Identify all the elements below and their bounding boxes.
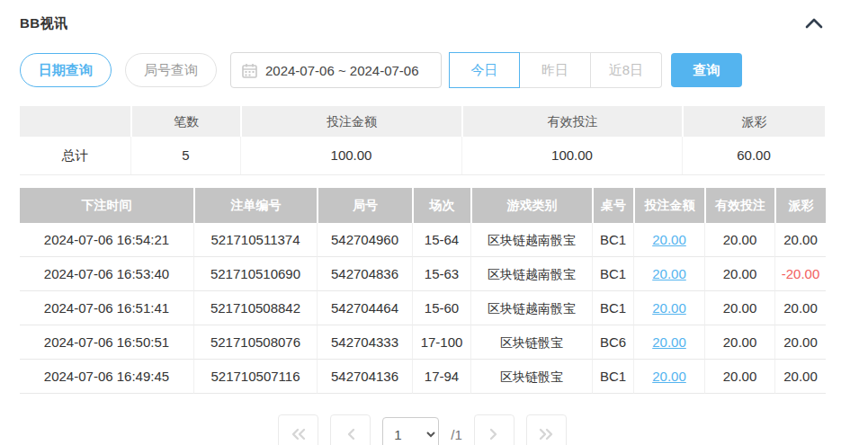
page-total-label: /1: [451, 427, 462, 442]
round-query-tab[interactable]: 局号查询: [125, 53, 217, 87]
cell-valid-bet: 20.00: [704, 291, 774, 325]
quick-range-button[interactable]: 近8日: [591, 52, 662, 88]
double-chevron-right-icon: [538, 428, 554, 441]
pagination: 1 /1: [20, 414, 825, 445]
collapse-panel-button[interactable]: [803, 13, 825, 34]
cell-game-type: 区块链骰宝: [470, 325, 592, 360]
cell-payout: 20.00: [783, 232, 818, 247]
next-page-button[interactable]: [474, 414, 515, 445]
cell-order-no: 521710510690: [193, 257, 317, 291]
cell-session: 15-63: [412, 257, 470, 291]
bet-records-header: 下注时间 注单编号 局号 场次 游戏类别 桌号 投注金额 有效投注 派彩: [20, 188, 826, 223]
cell-round-no: 542704464: [317, 291, 412, 325]
cell-game-type: 区块链越南骰宝: [470, 223, 592, 257]
summary-header-count: 笔数: [130, 106, 240, 137]
page-number-select[interactable]: 1: [382, 417, 439, 445]
prev-page-button[interactable]: [330, 414, 371, 445]
header-valid-bet: 有效投注: [704, 188, 774, 223]
table-row: 2024-07-06 16:49:45 521710507116 5427041…: [20, 360, 826, 394]
date-range-value: 2024-07-06 ~ 2024-07-06: [265, 63, 419, 78]
cell-game-type: 区块链骰宝: [470, 360, 592, 394]
filter-bar: 日期查询 局号查询 2024-07-06 ~ 2024-07-06 今日 昨日 …: [20, 52, 868, 88]
summary-table: 笔数 投注金额 有效投注 派彩 总计 5 100.00 100.00 60.00: [20, 106, 825, 175]
cell-valid-bet: 20.00: [704, 223, 774, 257]
cell-round-no: 542704836: [317, 257, 412, 291]
cell-order-no: 521710508076: [193, 325, 317, 360]
table-row: 2024-07-06 16:54:21 521710511374 5427049…: [20, 223, 826, 257]
table-row: 2024-07-06 16:53:40 521710510690 5427048…: [20, 257, 826, 291]
header-payout: 派彩: [774, 188, 826, 223]
cell-round-no: 542704136: [317, 360, 412, 394]
cell-payout: 20.00: [783, 300, 818, 316]
calendar-icon: [242, 63, 257, 78]
cell-table-no: BC1: [592, 223, 633, 257]
bet-amount-link[interactable]: 20.00: [652, 369, 686, 384]
quick-range-button[interactable]: 今日: [449, 52, 520, 88]
first-page-button[interactable]: [278, 414, 318, 445]
bb-video-panel: BB视讯 日期查询 局号查询 2024-07-06 ~ 2024-07-06 今…: [0, 0, 868, 445]
summary-total-label: 总计: [20, 137, 130, 174]
cell-order-no: 521710508842: [193, 291, 317, 325]
cell-bet-time: 2024-07-06 16:54:21: [20, 223, 193, 257]
cell-valid-bet: 20.00: [704, 257, 774, 291]
cell-game-type: 区块链越南骰宝: [470, 291, 592, 325]
cell-order-no: 521710511374: [193, 223, 317, 257]
cell-payout: 20.00: [783, 369, 818, 384]
cell-table-no: BC6: [592, 325, 633, 360]
summary-total-row: 总计 5 100.00 100.00 60.00: [20, 137, 825, 175]
cell-game-type: 区块链越南骰宝: [470, 257, 592, 291]
cell-session: 15-64: [412, 223, 470, 257]
cell-round-no: 542704960: [317, 223, 412, 257]
summary-table-header: 笔数 投注金额 有效投注 派彩: [20, 106, 825, 137]
bet-records-table: 下注时间 注单编号 局号 场次 游戏类别 桌号 投注金额 有效投注 派彩 202…: [20, 188, 826, 394]
summary-header-bet-amount: 投注金额: [240, 106, 461, 137]
cell-valid-bet: 20.00: [704, 360, 774, 394]
header-order-no: 注单编号: [193, 188, 317, 223]
bet-amount-link[interactable]: 20.00: [652, 300, 686, 316]
cell-table-no: BC1: [592, 291, 633, 325]
cell-payout: -20.00: [782, 266, 820, 281]
chevron-left-icon: [345, 428, 356, 441]
bet-records-body: 2024-07-06 16:54:21 521710511374 5427049…: [20, 223, 826, 394]
cell-table-no: BC1: [592, 257, 633, 291]
search-button[interactable]: 查询: [671, 53, 742, 87]
chevron-up-icon: [805, 18, 823, 29]
summary-total-bet-amount: 100.00: [240, 137, 461, 174]
last-page-button[interactable]: [526, 414, 567, 445]
date-query-tab[interactable]: 日期查询: [20, 53, 112, 87]
cell-session: 17-94: [412, 360, 470, 394]
header-bet-amount: 投注金额: [633, 188, 704, 223]
cell-valid-bet: 20.00: [704, 325, 774, 360]
double-chevron-left-icon: [291, 428, 307, 441]
summary-total-count: 5: [130, 137, 240, 174]
cell-table-no: BC1: [592, 360, 633, 394]
chevron-right-icon: [488, 428, 499, 441]
header-session: 场次: [412, 188, 470, 223]
panel-header: BB视讯: [20, 13, 868, 34]
cell-bet-time: 2024-07-06 16:49:45: [20, 360, 193, 394]
header-bet-time: 下注时间: [20, 188, 193, 223]
cell-bet-time: 2024-07-06 16:53:40: [20, 257, 193, 291]
bet-amount-link[interactable]: 20.00: [652, 266, 686, 281]
summary-header-blank: [20, 106, 130, 137]
summary-total-valid-bet: 100.00: [461, 137, 682, 174]
table-row: 2024-07-06 16:51:41 521710508842 5427044…: [20, 291, 826, 325]
cell-payout: 20.00: [783, 334, 818, 350]
cell-bet-time: 2024-07-06 16:50:51: [20, 325, 193, 360]
summary-header-valid-bet: 有效投注: [461, 106, 682, 137]
quick-range-button[interactable]: 昨日: [520, 52, 591, 88]
table-row: 2024-07-06 16:50:51 521710508076 5427043…: [20, 325, 826, 360]
cell-round-no: 542704333: [317, 325, 412, 360]
bet-amount-link[interactable]: 20.00: [652, 232, 686, 247]
cell-session: 17-100: [412, 325, 470, 360]
bet-amount-link[interactable]: 20.00: [652, 334, 686, 350]
header-game-type: 游戏类别: [470, 188, 592, 223]
header-table-no: 桌号: [592, 188, 633, 223]
cell-bet-time: 2024-07-06 16:51:41: [20, 291, 193, 325]
summary-header-payout: 派彩: [682, 106, 825, 137]
quick-range-group: 今日 昨日 近8日: [449, 52, 662, 88]
cell-order-no: 521710507116: [193, 360, 317, 394]
date-range-input[interactable]: 2024-07-06 ~ 2024-07-06: [230, 52, 442, 88]
page-title: BB视讯: [20, 15, 68, 32]
cell-session: 15-60: [412, 291, 470, 325]
